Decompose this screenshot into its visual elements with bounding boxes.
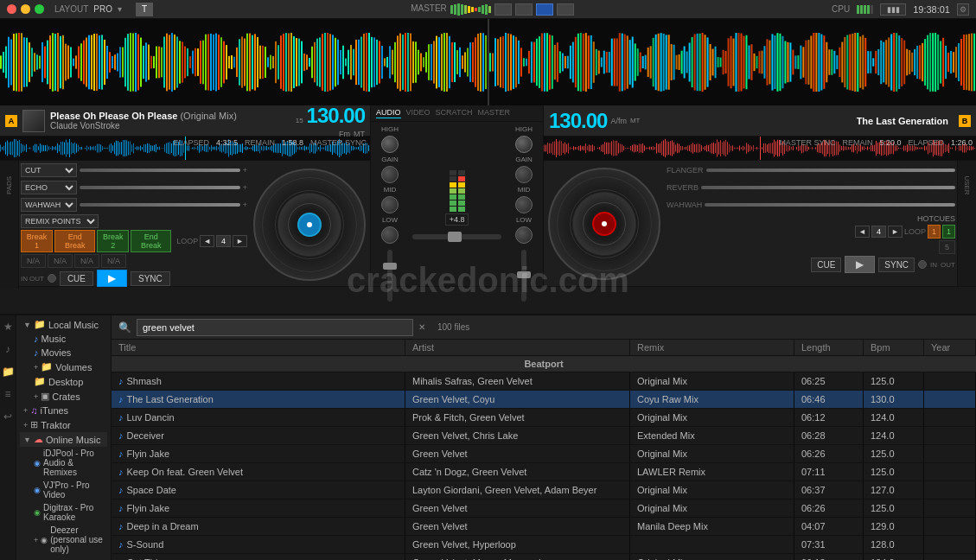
fx-r3-slider[interactable] bbox=[705, 203, 955, 207]
col-length[interactable]: Length bbox=[794, 340, 864, 355]
grid-btn-4[interactable] bbox=[557, 3, 574, 16]
col-title[interactable]: Title bbox=[112, 340, 405, 355]
gain-knob-1[interactable] bbox=[381, 166, 399, 183]
grid-btn-2[interactable] bbox=[515, 3, 533, 16]
fx-r1-slider[interactable] bbox=[706, 169, 955, 172]
fader-1-handle[interactable] bbox=[383, 263, 397, 270]
eq-low-knob-2[interactable] bbox=[515, 226, 533, 244]
tab-scratch[interactable]: SCRATCH bbox=[436, 108, 473, 118]
tab-master[interactable]: MASTER bbox=[477, 108, 510, 118]
layout-dropdown-icon[interactable]: ▾ bbox=[118, 4, 122, 14]
close-button[interactable] bbox=[7, 4, 16, 14]
track-row-1[interactable]: ♪The Last Generation Green Velvet, Coyu … bbox=[112, 391, 976, 409]
play-button[interactable]: ▶ bbox=[97, 270, 127, 287]
track-row-7[interactable]: ♪Flyin Jake Green Velvet Original Mix 06… bbox=[112, 500, 976, 518]
fx1-select[interactable]: CUT bbox=[21, 163, 77, 177]
t-logo[interactable]: T bbox=[136, 3, 153, 16]
sidebar-item-vjpro[interactable]: ◉ VJ'Pro - Pro Video bbox=[20, 479, 107, 501]
track-row-10[interactable]: ♪Got This Green Velvet, Mason Maynard Or… bbox=[112, 554, 976, 560]
sync-button[interactable]: SYNC bbox=[131, 271, 170, 286]
fader-2-handle[interactable] bbox=[517, 271, 531, 278]
layout-selector[interactable]: LAYOUT PRO ▾ bbox=[54, 4, 122, 14]
track-row-2[interactable]: ♪Luv Dancin Prok & Fitch, Green Velvet O… bbox=[112, 409, 976, 427]
play-button-r[interactable]: ▶ bbox=[845, 256, 875, 273]
search-input[interactable] bbox=[137, 319, 413, 336]
eq-high-knob-1[interactable] bbox=[381, 136, 399, 153]
sidebar-item-local-music[interactable]: ▼ 📁 Local Music bbox=[20, 317, 107, 332]
eq-mid-knob-1[interactable] bbox=[381, 196, 399, 213]
nav-icon-back[interactable]: ↩ bbox=[0, 409, 16, 424]
turntable-right[interactable] bbox=[548, 168, 660, 280]
tab-video[interactable]: VIDEO bbox=[406, 108, 431, 118]
nav-icon-star[interactable]: ★ bbox=[0, 319, 16, 334]
col-artist[interactable]: Artist bbox=[405, 340, 630, 355]
search-clear[interactable]: ✕ bbox=[418, 322, 425, 332]
sidebar-item-movies[interactable]: ♪ Movies bbox=[20, 346, 107, 360]
fx1-slider[interactable] bbox=[80, 169, 240, 172]
sidebar-item-idjpool[interactable]: ◉ iDJPool - Pro Audio & Remixes bbox=[20, 447, 107, 479]
na-pad-2[interactable]: N/A bbox=[48, 254, 73, 268]
fx3-slider[interactable] bbox=[80, 203, 240, 207]
settings-icon[interactable]: ⚙ bbox=[957, 3, 969, 16]
loop-next-r[interactable]: ► bbox=[888, 226, 903, 238]
sidebar-item-digitrax[interactable]: ◉ Digitrax - Pro Karaoke bbox=[20, 501, 107, 524]
fx3-add[interactable]: + bbox=[243, 200, 247, 209]
col-bpm[interactable]: Bpm bbox=[864, 340, 924, 355]
fx3-select[interactable]: WAHWAH bbox=[21, 198, 77, 212]
sidebar-item-music[interactable]: ♪ Music bbox=[20, 332, 107, 346]
col-remix[interactable]: Remix bbox=[630, 340, 794, 355]
sidebar-item-desktop[interactable]: 📁 Desktop bbox=[20, 374, 107, 389]
na-pad-3[interactable]: N/A bbox=[74, 254, 99, 268]
track-row-5[interactable]: ♪Keep On feat. Green Velvet Catz 'n Dogz… bbox=[112, 463, 976, 481]
fx1-add[interactable]: + bbox=[243, 166, 247, 175]
sidebar-item-itunes[interactable]: + ♫ iTunes bbox=[20, 404, 107, 417]
sync-button-r[interactable]: SYNC bbox=[878, 258, 915, 272]
remix-mode-select[interactable]: REMIX POINTS bbox=[21, 214, 99, 228]
fx2-select[interactable]: ECHO bbox=[21, 181, 77, 194]
fx2-add[interactable]: + bbox=[243, 183, 247, 192]
cue-pad-2[interactable]: End Break bbox=[54, 230, 95, 252]
sidebar-item-soundcloud[interactable]: ☁ SoundCloud bbox=[20, 556, 107, 560]
eq-high-knob-2[interactable] bbox=[515, 136, 533, 153]
sidebar-item-volumes[interactable]: + 📁 Volumes bbox=[20, 360, 107, 374]
nav-icon-list[interactable]: ≡ bbox=[0, 386, 16, 402]
nav-icon-folder[interactable]: 📁 bbox=[0, 364, 16, 379]
cue-pad-r2[interactable]: 1 bbox=[942, 225, 955, 239]
crossfader-handle[interactable] bbox=[448, 232, 462, 242]
track-row-3[interactable]: ♪Deceiver Green Velvet, Chris Lake Exten… bbox=[112, 427, 976, 445]
grid-btn-3[interactable] bbox=[536, 3, 553, 16]
sidebar-item-online-music[interactable]: ▼ ☁ Online Music bbox=[20, 432, 107, 447]
loop-prev[interactable]: ◄ bbox=[200, 235, 214, 247]
sidebar-item-crates[interactable]: + ▣ Crates bbox=[20, 389, 107, 404]
cue-button-r[interactable]: CUE bbox=[811, 258, 841, 272]
na-pad-4[interactable]: N/A bbox=[101, 254, 126, 268]
loop-next[interactable]: ► bbox=[233, 235, 247, 247]
minimize-button[interactable] bbox=[21, 4, 30, 14]
track-row-0[interactable]: ♪Shmash Mihalis Safras, Green Velvet Ori… bbox=[112, 372, 976, 391]
loop-prev-r[interactable]: ◄ bbox=[855, 226, 870, 238]
cue-pad-3[interactable]: Break 2 bbox=[97, 230, 129, 252]
cue-pad-4[interactable]: End Break bbox=[131, 230, 171, 252]
sidebar-item-deezer[interactable]: + ◉ Deezer (personal use only) bbox=[20, 524, 107, 556]
cue-button[interactable]: CUE bbox=[60, 271, 93, 286]
track-row-9[interactable]: ♪S-Sound Green Velvet, Hyperloop 07:31 1… bbox=[112, 536, 976, 554]
turntable-left[interactable] bbox=[253, 169, 366, 281]
cue-pad-1[interactable]: Break 1 bbox=[21, 230, 53, 252]
tab-audio[interactable]: AUDIO bbox=[376, 108, 401, 118]
track-row-8[interactable]: ♪Deep in a Dream Green Velvet Manila Dee… bbox=[112, 518, 976, 536]
nav-icon-music[interactable]: ♪ bbox=[0, 341, 16, 357]
track-row-6[interactable]: ♪Space Date Layton Giordani, Green Velve… bbox=[112, 481, 976, 500]
col-year[interactable]: Year bbox=[924, 340, 976, 355]
na-pad-1[interactable]: N/A bbox=[21, 254, 46, 268]
fx2-slider[interactable] bbox=[80, 186, 240, 189]
eq-low-knob-1[interactable] bbox=[381, 226, 399, 244]
track-row-4[interactable]: ♪Flyin Jake Green Velvet Original Mix 06… bbox=[112, 445, 976, 463]
grid-btn-1[interactable] bbox=[494, 3, 512, 16]
fx-r2-slider[interactable] bbox=[701, 186, 955, 189]
eq-mid-knob-2[interactable] bbox=[515, 196, 533, 213]
maximize-button[interactable] bbox=[35, 4, 44, 14]
sidebar-item-traktor[interactable]: + ⊞ Traktor bbox=[20, 417, 107, 432]
gain-knob-2[interactable] bbox=[515, 166, 533, 183]
na-pad-r1[interactable]: 5 bbox=[939, 240, 955, 254]
cue-pad-r1[interactable]: 1 bbox=[928, 225, 941, 239]
